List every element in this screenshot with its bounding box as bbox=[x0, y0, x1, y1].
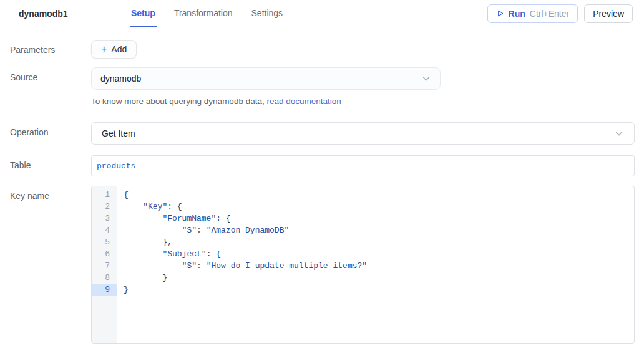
line-number: 7 bbox=[92, 260, 117, 272]
tab-settings[interactable]: Settings bbox=[250, 0, 285, 27]
line-number: 8 bbox=[92, 272, 117, 284]
preview-button[interactable]: Preview bbox=[584, 4, 633, 23]
code-line: { bbox=[124, 189, 634, 201]
line-number: 1 bbox=[92, 189, 117, 201]
chevron-down-icon bbox=[614, 128, 624, 138]
line-number: 3 bbox=[92, 213, 117, 224]
line-number: 5 bbox=[92, 236, 117, 248]
operation-select[interactable]: Get Item bbox=[91, 122, 635, 145]
query-setup-form: Parameters + Add Source dynamodb To know… bbox=[0, 27, 644, 344]
operation-row: Operation Get Item bbox=[10, 122, 635, 145]
play-icon bbox=[496, 9, 504, 17]
tab-bar: Setup Transformation Settings bbox=[130, 0, 284, 27]
run-label: Run bbox=[509, 9, 525, 19]
query-name: dynamodb1 bbox=[19, 9, 112, 19]
table-input[interactable] bbox=[91, 155, 635, 176]
documentation-link[interactable]: read documentation bbox=[266, 97, 341, 106]
code-line: }, bbox=[124, 236, 634, 248]
tab-setup[interactable]: Setup bbox=[130, 0, 157, 27]
plus-icon: + bbox=[101, 44, 107, 54]
source-row: Source dynamodb To know more about query… bbox=[10, 67, 635, 106]
line-number: 9 bbox=[92, 284, 117, 296]
code-line: "S": "Amazon DynamoDB" bbox=[124, 224, 634, 236]
code-line: "Key": { bbox=[124, 201, 634, 213]
table-label: Table bbox=[10, 155, 91, 176]
key-name-label: Key name bbox=[10, 186, 91, 344]
code-editor-gutter: 123456789 bbox=[92, 186, 117, 343]
parameters-label: Parameters bbox=[10, 40, 91, 59]
operation-label: Operation bbox=[10, 122, 91, 145]
code-line: } bbox=[124, 284, 634, 296]
code-editor-lines[interactable]: { "Key": { "ForumName": { "S": "Amazon D… bbox=[117, 186, 634, 343]
line-number: 2 bbox=[92, 201, 117, 213]
source-select[interactable]: dynamodb bbox=[91, 67, 441, 90]
key-name-code-editor[interactable]: 123456789 { "Key": { "ForumName": { "S":… bbox=[91, 186, 635, 344]
run-shortcut: Ctrl+Enter bbox=[530, 9, 569, 19]
header-actions: Run Ctrl+Enter Preview bbox=[487, 0, 633, 27]
query-editor-header: dynamodb1 Setup Transformation Settings … bbox=[0, 0, 644, 27]
source-select-value: dynamodb bbox=[100, 74, 141, 84]
code-line: "Subject": { bbox=[124, 248, 634, 260]
table-row: Table bbox=[10, 155, 635, 176]
code-line: "S": "How do I update multiple items?" bbox=[124, 260, 634, 272]
key-name-row: Key name 123456789 { "Key": { "ForumName… bbox=[10, 186, 635, 344]
code-line: "ForumName": { bbox=[124, 213, 634, 224]
operation-select-value: Get Item bbox=[102, 128, 135, 138]
code-line: } bbox=[124, 272, 634, 284]
add-parameter-button[interactable]: + Add bbox=[91, 40, 137, 59]
source-help-text: To know more about querying dynamodb dat… bbox=[91, 97, 635, 106]
line-number: 4 bbox=[92, 224, 117, 236]
chevron-down-icon bbox=[421, 74, 431, 84]
tab-transformation[interactable]: Transformation bbox=[173, 0, 234, 27]
line-number: 6 bbox=[92, 248, 117, 260]
source-label: Source bbox=[10, 67, 91, 106]
run-button[interactable]: Run Ctrl+Enter bbox=[487, 4, 578, 23]
parameters-row: Parameters + Add bbox=[10, 40, 635, 59]
